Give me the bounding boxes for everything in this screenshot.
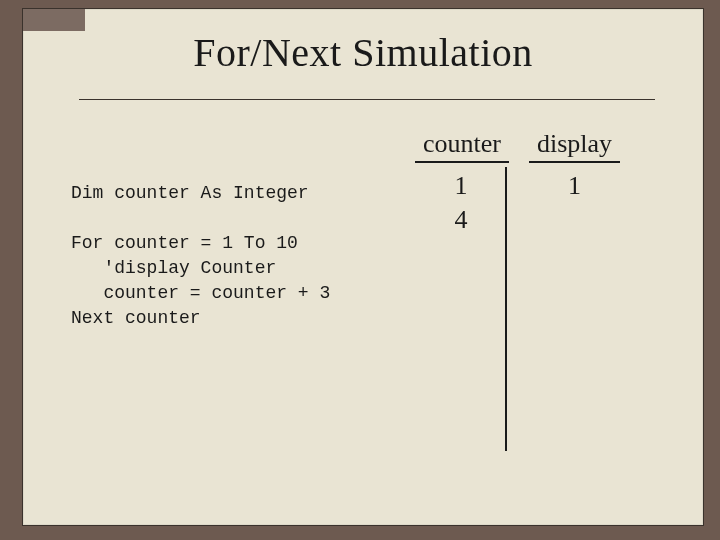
code-line: counter = counter + 3 (71, 283, 330, 303)
display-column: display 1 (529, 129, 620, 451)
counter-value: 1 (431, 169, 491, 203)
trace-table: counter 1 4 display 1 (415, 129, 620, 451)
title-underline (79, 99, 655, 100)
code-line: For counter = 1 To 10 (71, 233, 298, 253)
display-value: 1 (545, 169, 605, 203)
code-line: Next counter (71, 308, 201, 328)
code-line: Dim counter As Integer (71, 183, 309, 203)
display-body: 1 (531, 167, 619, 451)
accent-block (23, 9, 85, 31)
code-block: Dim counter As Integer For counter = 1 T… (71, 181, 330, 331)
counter-body: 1 4 (417, 167, 507, 451)
counter-header: counter (415, 129, 509, 163)
slide-frame: For/Next Simulation Dim counter As Integ… (22, 8, 704, 526)
code-line: 'display Counter (71, 258, 276, 278)
counter-value: 4 (431, 203, 491, 237)
counter-column: counter 1 4 (415, 129, 509, 451)
display-header: display (529, 129, 620, 163)
slide-title: For/Next Simulation (23, 29, 703, 76)
